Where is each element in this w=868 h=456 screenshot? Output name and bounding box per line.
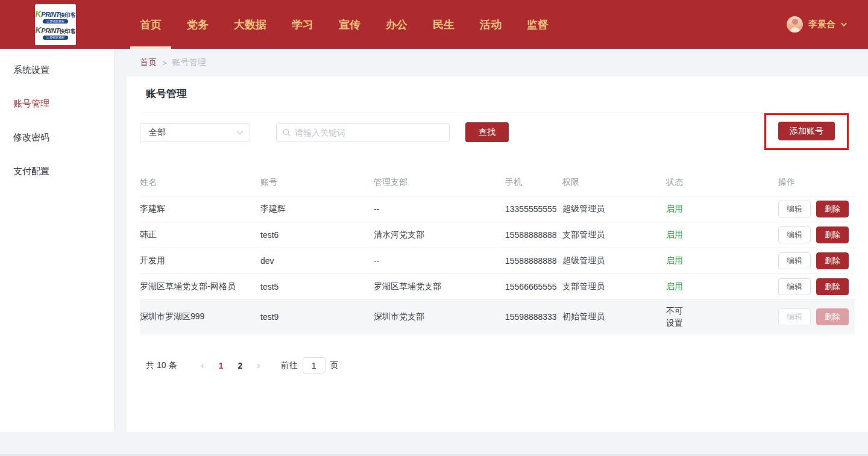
goto-label: 前往 (281, 360, 298, 371)
user-menu[interactable]: 李景合 (787, 0, 845, 49)
cell-phone: 15588888888 (505, 222, 562, 248)
table-row: 罗湖区草埔党支部-网格员 test5 罗湖区草埔党支部 15566665555 … (140, 274, 855, 300)
chevron-down-icon (841, 20, 847, 27)
cell-role: 超级管理员 (562, 248, 666, 274)
app-shell: KPRINT快印客 让营销更精彩 KPRINT快印客 让营销更精彩 首页 党务 … (0, 0, 868, 456)
main-column: 首页 > 账号管理 账号管理 全部 查找 (127, 49, 868, 432)
column-header-phone: 手机 (505, 172, 562, 196)
column-header-role: 权限 (562, 172, 666, 196)
cell-account: test6 (260, 222, 374, 248)
nav-item-publicity[interactable]: 宣传 (339, 0, 360, 49)
next-page-icon[interactable]: › (250, 360, 267, 371)
edit-button[interactable]: 编辑 (778, 278, 811, 295)
sidebar-item-account-management[interactable]: 账号管理 (0, 98, 114, 110)
status-badge: 启用 (666, 204, 683, 213)
sidebar-item-change-password[interactable]: 修改密码 (0, 132, 114, 143)
page-title: 账号管理 (140, 77, 855, 113)
prev-page-icon[interactable]: ‹ (193, 360, 211, 371)
delete-button[interactable]: 删除 (816, 252, 849, 269)
sidebar-item-system-settings[interactable]: 系统设置 (0, 64, 114, 76)
cell-phone: 15598888333 (505, 300, 562, 334)
category-select-value: 全部 (149, 127, 166, 138)
category-select[interactable]: 全部 (140, 123, 250, 142)
edit-button[interactable]: 编辑 (778, 201, 811, 217)
cell-phone: 15588888888 (505, 248, 562, 274)
logo-brand-cn-2: 快印客 (60, 28, 76, 34)
search-button[interactable]: 查找 (465, 122, 509, 142)
nav-item-supervision[interactable]: 监督 (527, 0, 549, 49)
table-row: 开发用 dev -- 15588888888 超级管理员 启用 编辑删除 (140, 248, 855, 274)
nav-item-office[interactable]: 办公 (386, 0, 407, 49)
status-badge: 启用 (666, 230, 683, 239)
account-management-card: 账号管理 全部 查找 添加账号 (127, 77, 868, 432)
edit-button[interactable]: 编辑 (778, 252, 811, 269)
cell-name: 李建辉 (140, 196, 260, 222)
cell-account: dev (260, 248, 374, 274)
breadcrumb-home-link[interactable]: 首页 (140, 57, 157, 68)
active-tab-indicator (130, 46, 171, 49)
sidebar-item-payment-config[interactable]: 支付配置 (0, 166, 114, 177)
nav-item-party-affairs[interactable]: 党务 (187, 0, 209, 49)
breadcrumb-separator: > (162, 58, 167, 67)
nav-item-study[interactable]: 学习 (292, 0, 313, 49)
top-header: KPRINT快印客 让营销更精彩 KPRINT快印客 让营销更精彩 首页 党务 … (0, 0, 868, 49)
cell-account: test5 (260, 274, 374, 300)
table-row: 韩正 test6 清水河党支部 15588888888 支部管理员 启用 编辑删… (140, 222, 855, 248)
goto-page-input[interactable] (303, 357, 326, 373)
page-number-1[interactable]: 1 (212, 361, 231, 370)
logo-tagline-pill-2: 让营销更精彩 (43, 36, 68, 40)
edit-button-disabled: 编辑 (778, 308, 811, 325)
cell-name: 开发用 (140, 248, 260, 274)
logo-brand-cn: 快印客 (60, 12, 76, 18)
nav-item-big-data[interactable]: 大数据 (234, 0, 266, 49)
delete-button[interactable]: 删除 (816, 278, 849, 295)
table-row: 深圳市罗湖区999 test9 深圳市党支部 15598888333 初始管理员… (140, 300, 855, 334)
logo-brand-text-2: PRINT (41, 27, 60, 34)
nav-item-livelihood[interactable]: 民生 (433, 0, 454, 49)
column-header-status: 状态 (666, 172, 778, 196)
user-name: 李景合 (808, 19, 835, 30)
page-number-2[interactable]: 2 (230, 361, 250, 370)
search-field[interactable] (276, 123, 450, 142)
brand-logo[interactable]: KPRINT快印客 让营销更精彩 KPRINT快印客 让营销更精彩 (35, 4, 76, 45)
status-badge: 不可设置 (666, 305, 685, 330)
cell-account: test9 (260, 300, 374, 334)
sidebar: 系统设置 账号管理 修改密码 支付配置 (0, 49, 115, 432)
logo-row-2: KPRINT快印客 让营销更精彩 (35, 26, 76, 40)
edit-button[interactable]: 编辑 (778, 226, 811, 243)
table-header-row: 姓名 账号 管理支部 手机 权限 状态 操作 (140, 172, 855, 196)
user-avatar-icon (787, 16, 803, 33)
status-badge: 启用 (666, 281, 683, 291)
logo-tagline-pill: 让营销更精彩 (43, 19, 68, 23)
column-header-actions: 操作 (778, 172, 855, 196)
cell-name: 罗湖区草埔党支部-网格员 (140, 274, 260, 300)
main-nav: 首页 党务 大数据 学习 宣传 办公 民生 活动 监督 (140, 0, 549, 49)
logo-row-1: KPRINT快印客 让营销更精彩 (35, 10, 76, 23)
cell-role: 超级管理员 (562, 196, 666, 222)
table-row: 李建辉 李建辉 -- 13355555555 超级管理员 启用 编辑删除 (140, 196, 855, 222)
cell-name: 深圳市罗湖区999 (140, 300, 260, 334)
column-header-branch: 管理支部 (374, 172, 505, 196)
search-input[interactable] (295, 128, 443, 137)
nav-item-home[interactable]: 首页 (140, 0, 162, 49)
accounts-table: 姓名 账号 管理支部 手机 权限 状态 操作 李建辉 李建辉 (140, 172, 855, 334)
content-area: 系统设置 账号管理 修改密码 支付配置 首页 > 账号管理 账号管理 全部 (0, 49, 868, 432)
cell-account: 李建辉 (260, 196, 374, 222)
status-badge: 启用 (666, 255, 683, 265)
annotation-highlight-box: 添加账号 (764, 113, 849, 150)
cell-branch: 罗湖区草埔党支部 (374, 274, 505, 300)
delete-button[interactable]: 删除 (816, 226, 849, 243)
chevron-down-icon (237, 128, 243, 134)
delete-button[interactable]: 删除 (816, 201, 849, 217)
breadcrumb-current: 账号管理 (172, 57, 206, 68)
nav-item-activities[interactable]: 活动 (480, 0, 502, 49)
pagination-total: 共 10 条 (146, 360, 177, 371)
cell-branch: 深圳市党支部 (374, 300, 505, 334)
column-header-name: 姓名 (140, 172, 260, 196)
add-account-button[interactable]: 添加账号 (778, 122, 835, 140)
cell-branch: -- (374, 196, 505, 222)
cell-phone: 13355555555 (505, 196, 562, 222)
cell-role: 支部管理员 (562, 274, 666, 300)
page-unit-label: 页 (330, 360, 339, 371)
logo-brand-text: PRINT (41, 11, 60, 18)
